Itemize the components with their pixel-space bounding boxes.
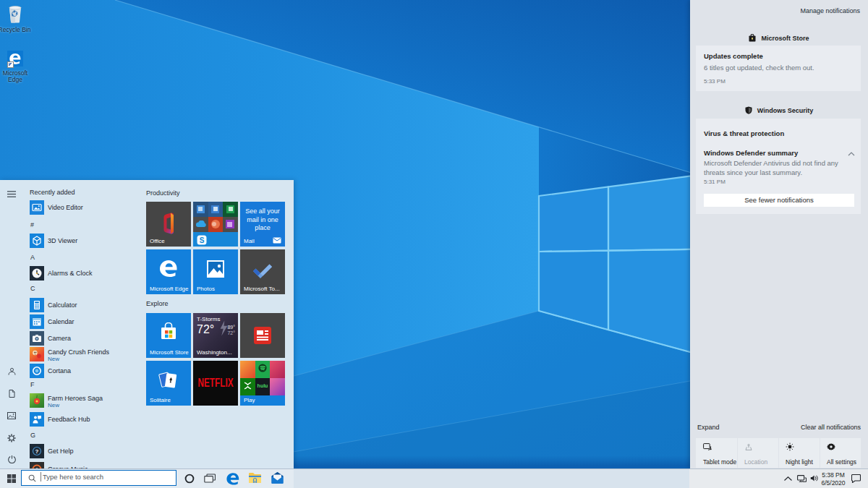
svg-text:S: S [200, 236, 205, 244]
svg-text:?: ? [35, 448, 39, 455]
